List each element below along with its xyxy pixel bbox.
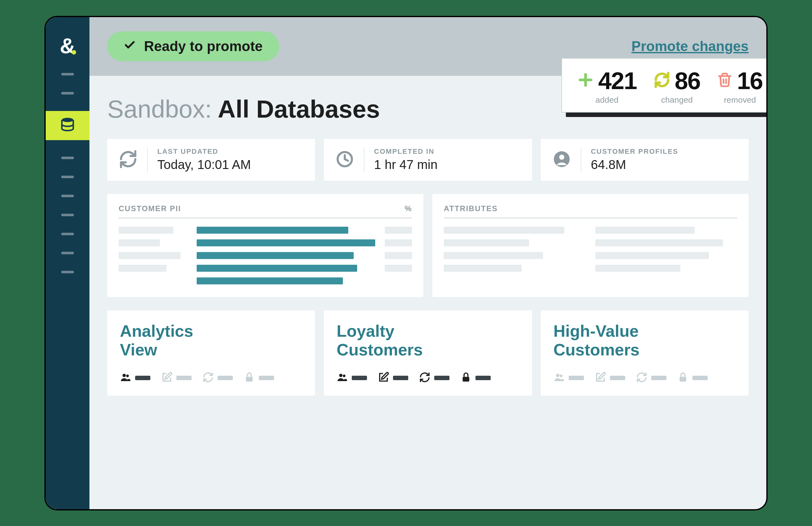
changes-removed: 16 removed	[717, 67, 763, 105]
refresh-icon	[119, 150, 137, 170]
card-analytics-view[interactable]: Analytics View	[107, 310, 315, 396]
changes-changed: 86 changed	[654, 67, 700, 105]
cards-row: Analytics View Loyalty Customers	[107, 310, 749, 396]
removed-label: removed	[724, 95, 756, 105]
sidebar-item-9[interactable]	[61, 252, 74, 254]
stats-row: LAST UPDATED Today, 10:01 AM COMPLETED I…	[107, 139, 749, 181]
divider	[364, 147, 364, 173]
pii-chart-skeleton	[119, 227, 412, 284]
logo-ampersand: &	[60, 35, 75, 56]
edit-icon	[378, 371, 389, 384]
plus-icon	[577, 72, 594, 89]
sidebar-item-6[interactable]	[61, 195, 74, 197]
changes-popup: 421 added 86 changed	[562, 58, 768, 113]
svg-point-0	[62, 118, 73, 122]
last-updated-value: Today, 10:01 AM	[157, 158, 251, 172]
sync-icon	[654, 72, 670, 89]
stat-customer-profiles: CUSTOMER PROFILES 64.8M	[541, 139, 749, 181]
sync-icon	[419, 371, 431, 384]
card-high-value-customers[interactable]: High-Value Customers	[541, 310, 749, 396]
added-label: added	[595, 95, 618, 105]
panel-customer-pii: CUSTOMER PII %	[107, 194, 423, 297]
pii-pct: %	[405, 204, 412, 213]
svg-point-13	[560, 375, 562, 377]
completed-label: COMPLETED IN	[374, 147, 437, 156]
title-prefix: Sandbox:	[107, 95, 212, 123]
card-title-l2: Customers	[553, 340, 640, 359]
svg-point-6	[122, 374, 126, 377]
promote-changes-link[interactable]: Promote changes	[632, 38, 749, 54]
sidebar-item-8[interactable]	[61, 233, 74, 235]
svg-point-12	[556, 374, 560, 377]
stat-last-updated: LAST UPDATED Today, 10:01 AM	[107, 139, 315, 181]
card-title-l1: Loyalty	[336, 322, 394, 340]
svg-rect-8	[246, 377, 253, 382]
panels-row: CUSTOMER PII %	[107, 194, 749, 297]
app-frame: & Ready to promote Promote changes	[44, 16, 768, 510]
sidebar-item-1[interactable]	[61, 73, 74, 75]
lock-icon	[677, 371, 688, 384]
card-title-l2: View	[120, 340, 157, 359]
status-pill: Ready to promote	[107, 31, 279, 61]
attributes-title: ATTRIBUTES	[444, 204, 498, 213]
sync-icon	[636, 371, 647, 384]
card-title-l1: High-Value	[553, 322, 639, 340]
trash-icon	[717, 72, 733, 89]
sidebar-item-10[interactable]	[61, 271, 74, 273]
user-icon	[552, 150, 571, 170]
changed-count: 86	[675, 67, 700, 94]
sidebar-item-4[interactable]	[61, 157, 74, 159]
pii-title: CUSTOMER PII	[119, 204, 181, 213]
sidebar: &	[46, 17, 89, 509]
database-icon	[59, 116, 76, 135]
svg-point-10	[343, 375, 345, 377]
clock-icon	[335, 150, 354, 170]
changes-added: 421 added	[577, 67, 637, 105]
users-icon	[553, 371, 565, 384]
svg-point-5	[559, 155, 564, 160]
svg-rect-14	[679, 377, 686, 382]
card-icons	[120, 371, 302, 384]
users-icon	[336, 371, 348, 384]
title-name: All Databases	[218, 95, 380, 123]
card-icons	[553, 371, 736, 384]
divider	[147, 147, 148, 173]
attributes-skeleton	[444, 227, 737, 272]
main-content: Ready to promote Promote changes 421 add…	[89, 17, 766, 509]
users-icon	[120, 371, 131, 384]
removed-count: 16	[737, 67, 763, 94]
sync-icon	[202, 371, 214, 384]
sidebar-item-2[interactable]	[61, 92, 74, 94]
completed-value: 1 hr 47 min	[374, 158, 437, 172]
card-title-l2: Customers	[336, 340, 423, 359]
divider	[581, 147, 581, 173]
lock-icon	[244, 371, 255, 384]
added-count: 421	[598, 67, 637, 94]
card-loyalty-customers[interactable]: Loyalty Customers	[324, 310, 532, 396]
changed-label: changed	[661, 95, 693, 105]
profiles-value: 64.8M	[591, 158, 679, 172]
svg-point-9	[339, 374, 343, 377]
edit-icon	[595, 371, 606, 384]
profiles-label: CUSTOMER PROFILES	[591, 147, 679, 156]
status-label: Ready to promote	[144, 38, 263, 54]
sidebar-item-7[interactable]	[61, 214, 74, 216]
panel-attributes: ATTRIBUTES	[432, 194, 749, 297]
sidebar-item-databases[interactable]	[46, 111, 89, 140]
check-icon	[124, 38, 136, 54]
card-title-l1: Analytics	[120, 322, 193, 340]
last-updated-label: LAST UPDATED	[157, 147, 251, 156]
edit-icon	[161, 371, 173, 384]
content-area: 421 added 86 changed	[89, 76, 766, 396]
stat-completed-in: COMPLETED IN 1 hr 47 min	[324, 139, 532, 181]
card-icons	[336, 371, 519, 384]
sidebar-item-5[interactable]	[61, 176, 74, 178]
svg-rect-11	[463, 377, 469, 382]
svg-point-7	[126, 375, 129, 377]
lock-icon	[460, 371, 472, 384]
